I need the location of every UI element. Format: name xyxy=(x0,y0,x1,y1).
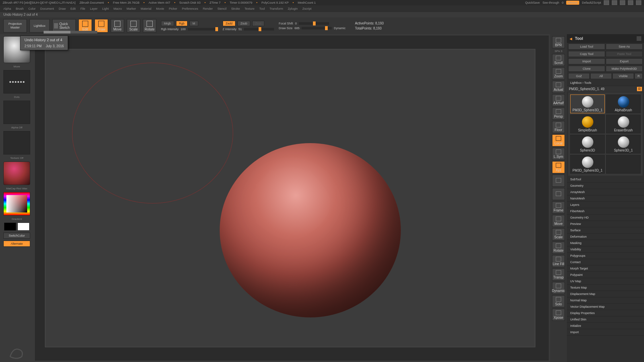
menu-color[interactable]: Color xyxy=(29,7,36,10)
menu-zplugin[interactable]: Zplugin xyxy=(288,7,298,10)
menu-picker[interactable]: Picker xyxy=(169,7,177,10)
section-fibermesh[interactable]: FiberMesh xyxy=(567,208,644,215)
goz-button[interactable]: GoZ xyxy=(568,73,590,79)
section-subtool[interactable]: SubTool xyxy=(567,176,644,183)
section-polypaint[interactable]: Polypaint xyxy=(567,272,644,278)
menu-draw[interactable]: Draw xyxy=(59,7,66,10)
scale-mode-button[interactable]: Scale xyxy=(127,19,140,33)
Frame-button[interactable]: Frame xyxy=(552,201,565,214)
section-geometry[interactable]: Geometry xyxy=(567,183,644,189)
menu-light[interactable]: Light xyxy=(102,7,109,10)
bpr-button[interactable]: BPR xyxy=(552,36,565,48)
tool-item[interactable]: PM3D_Sphere3D_1 xyxy=(570,95,605,113)
menu-movie[interactable]: Movie xyxy=(156,7,164,10)
zcut-button[interactable]: Zcut xyxy=(252,21,264,26)
Xyz-button[interactable]: Xyz xyxy=(552,161,565,173)
projection-master-button[interactable]: Projection Master xyxy=(3,19,27,33)
z-intensity-slider[interactable] xyxy=(244,28,274,31)
menu-marker[interactable]: Marker xyxy=(126,7,136,10)
Line Fill-button[interactable]: Line Fill xyxy=(552,255,565,267)
goz-all-button[interactable]: All xyxy=(590,73,612,79)
zadd-button[interactable]: Zadd xyxy=(223,21,236,26)
clone-button[interactable]: Clone xyxy=(568,66,605,72)
sphere-mesh[interactable] xyxy=(220,143,401,317)
section-display-properties[interactable]: Display Properties xyxy=(567,310,644,316)
shelf-button[interactable] xyxy=(552,188,565,200)
copy-tool-button[interactable]: Copy Tool xyxy=(568,51,605,57)
secondary-color-swatch[interactable] xyxy=(4,223,16,231)
L.Sym-button[interactable]: L.Sym xyxy=(552,148,565,160)
section-masking[interactable]: Masking xyxy=(567,240,644,246)
draw-size-value[interactable]: 685 xyxy=(294,26,300,30)
Dynamic-button[interactable]: Dynamic xyxy=(552,282,565,294)
Local-button[interactable]: Local xyxy=(552,134,565,146)
dynamic-toggle[interactable]: Dynamic xyxy=(334,26,345,30)
menu-alpha[interactable]: Alpha xyxy=(3,7,11,10)
AAHalf-button[interactable]: AAHalf xyxy=(552,94,565,106)
Zoom-button[interactable]: Zoom xyxy=(552,67,565,79)
section-visibility[interactable]: Visibility xyxy=(567,246,644,253)
switchcolor-button[interactable]: SwitchColor xyxy=(3,233,30,239)
section-texture-map[interactable]: Texture Map xyxy=(567,285,644,291)
focal-shift-value[interactable]: 0 xyxy=(295,22,297,25)
tool-item[interactable]: AlphaBrush xyxy=(606,95,641,113)
tool-item[interactable]: Sphere3D xyxy=(570,135,605,154)
load-tool-button[interactable]: Load Tool xyxy=(568,44,605,50)
rgb-intensity-slider[interactable] xyxy=(188,28,218,31)
goz-visible-button[interactable]: Visible xyxy=(612,73,634,79)
section-surface[interactable]: Surface xyxy=(567,227,644,234)
maximize-icon[interactable] xyxy=(628,0,633,5)
quicksave-button[interactable]: QuickSave xyxy=(525,1,540,4)
section-unified-skin[interactable]: Unified Skin xyxy=(567,316,644,323)
default-script[interactable]: DefaultZScript xyxy=(582,1,601,4)
tool-item[interactable]: PM3D_Sphere3D_1 xyxy=(570,155,605,174)
menu-stroke[interactable]: Stroke xyxy=(231,7,240,10)
Floor-button[interactable]: Floor xyxy=(552,121,565,133)
zsub-button[interactable]: Zsub xyxy=(237,21,250,26)
draw-mode-button[interactable]: Draw xyxy=(95,19,108,33)
draw-size-slider[interactable] xyxy=(302,27,332,29)
menu-render[interactable]: Render xyxy=(203,7,213,10)
Solo-button[interactable]: Solo xyxy=(552,295,565,307)
section-preview[interactable]: Preview xyxy=(567,221,644,227)
menu-macro[interactable]: Macro xyxy=(113,7,122,10)
tool-item[interactable]: Sphere3D_1 xyxy=(606,135,641,154)
Rotate-button[interactable]: Rotate xyxy=(552,242,565,254)
section-normal-map[interactable]: Normal Map xyxy=(567,297,644,304)
tool-item-empty[interactable] xyxy=(606,155,641,174)
rgb-intensity-value[interactable]: 100 xyxy=(181,27,186,31)
undo-history-timeline[interactable] xyxy=(44,31,97,34)
menu-preferences[interactable]: Preferences xyxy=(182,7,198,10)
lightbox-button[interactable]: LightBox xyxy=(30,19,50,33)
rotate-mode-button[interactable]: Rotate xyxy=(143,19,156,33)
current-tool-name[interactable]: PM3D_Sphere3D_1. 49 xyxy=(569,87,635,91)
section-deformation[interactable]: Deformation xyxy=(567,234,644,240)
rgb-button[interactable]: Rgb xyxy=(176,21,188,26)
canvas[interactable] xyxy=(35,36,549,361)
section-displacement-map[interactable]: Displacement Map xyxy=(567,291,644,297)
Actual-button[interactable]: Actual xyxy=(552,81,565,93)
m-button[interactable]: M xyxy=(190,21,198,26)
section-vector-displacement-map[interactable]: Vector Displacement Map xyxy=(567,304,644,310)
menu-document[interactable]: Document xyxy=(40,7,54,10)
spix-label[interactable]: SPix 3 xyxy=(554,50,562,53)
section-import[interactable]: Import xyxy=(567,329,644,336)
collapse-arrow-icon[interactable]: ◀ xyxy=(570,37,572,41)
section-uv-map[interactable]: UV Map xyxy=(567,278,644,285)
minimize-icon[interactable] xyxy=(620,0,625,5)
section-morph-target[interactable]: Morph Target xyxy=(567,265,644,272)
Move-button[interactable]: Move xyxy=(552,215,565,227)
menu-material[interactable]: Material xyxy=(141,7,151,10)
panel-close-icon[interactable] xyxy=(637,36,641,41)
material-preview[interactable] xyxy=(3,162,30,185)
section-nanomesh[interactable]: NanoMesh xyxy=(567,195,644,202)
menu-brush[interactable]: Brush xyxy=(16,7,24,10)
current-tool-r[interactable]: R xyxy=(637,87,642,91)
make-polymesh-button[interactable]: Make PolyMesh3D xyxy=(606,66,643,72)
menu-file[interactable]: File xyxy=(80,7,86,10)
lightbox-tools-link[interactable]: Lightbox › Tools xyxy=(567,80,644,86)
menu-stencil[interactable]: Stencil xyxy=(217,7,226,10)
menu-texture[interactable]: Texture xyxy=(245,7,255,10)
color-picker[interactable] xyxy=(3,192,30,216)
move-mode-button[interactable]: Move xyxy=(111,19,124,33)
